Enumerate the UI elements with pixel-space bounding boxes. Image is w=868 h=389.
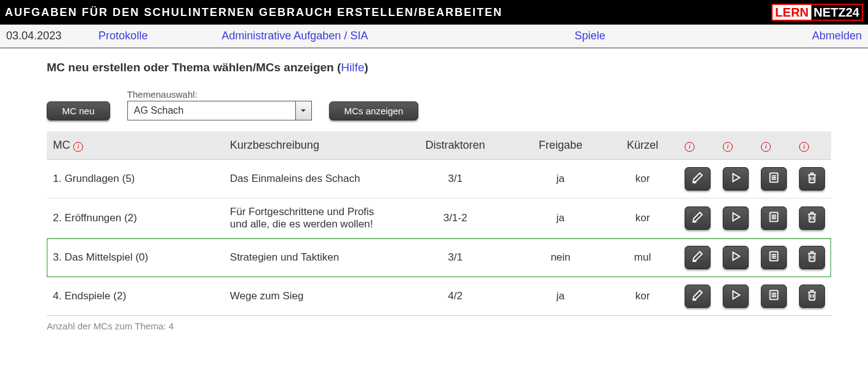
section-title-text: MC neu erstellen oder Thema wählen/MCs a… xyxy=(47,61,334,74)
list-button[interactable] xyxy=(761,167,787,191)
info-icon[interactable]: i xyxy=(761,142,771,152)
themenauswahl-group: Themenauswahl: AG Schach xyxy=(127,89,312,120)
top-bar: AUFGABEN FÜR DEN SCHULINTERNEN GEBRAUCH … xyxy=(0,0,868,25)
cell-freigabe: ja xyxy=(514,198,607,238)
table-row: 3. Das Mittelspiel (0)Strategien und Tak… xyxy=(47,238,831,277)
edit-icon xyxy=(691,250,704,266)
trash-button[interactable] xyxy=(799,167,825,191)
info-icon[interactable]: i xyxy=(723,142,733,152)
cell-mc: 2. Eröffnungen (2) xyxy=(47,198,224,238)
cell-distraktoren: 3/1 xyxy=(396,160,515,198)
cell-mc: 3. Das Mittelspiel (0) xyxy=(47,238,224,277)
th-mc: MC i xyxy=(47,132,224,160)
chevron-down-icon xyxy=(295,101,311,120)
edit-icon xyxy=(691,210,704,227)
cell-mc: 1. Grundlagen (5) xyxy=(47,160,224,198)
play-button[interactable] xyxy=(723,285,749,308)
nav-bar: 03.04.2023 Protokolle Administrative Auf… xyxy=(0,25,868,49)
play-button[interactable] xyxy=(723,246,749,269)
th-freigabe: Freigabe xyxy=(514,132,607,160)
list-button[interactable] xyxy=(761,285,787,308)
table-header-row: MC i Kurzbeschreibung Distraktoren Freig… xyxy=(47,132,831,160)
list-icon xyxy=(767,250,781,266)
logo[interactable]: LERN NETZ24 xyxy=(771,4,863,21)
section-title: MC neu erstellen oder Thema wählen/MCs a… xyxy=(47,61,831,74)
cell-mc: 4. Endspiele (2) xyxy=(47,277,224,316)
play-button[interactable] xyxy=(723,167,749,191)
help-link[interactable]: Hilfe xyxy=(341,61,364,74)
themenauswahl-value: AG Schach xyxy=(128,101,295,120)
cell-kuerzel: mul xyxy=(607,238,679,277)
table-row: 2. Eröffnungen (2)Für Fortgeschrittene u… xyxy=(47,198,831,238)
th-distraktoren: Distraktoren xyxy=(396,132,515,160)
trash-button[interactable] xyxy=(799,206,825,230)
th-action-list: i xyxy=(755,132,793,160)
play-icon xyxy=(729,250,743,266)
cell-kuerzel: kor xyxy=(607,160,679,198)
logo-right: NETZ24 xyxy=(811,5,862,20)
trash-icon xyxy=(805,288,819,305)
table-footer-note: Anzahl der MCs zum Thema: 4 xyxy=(47,321,831,331)
list-button[interactable] xyxy=(761,206,787,230)
edit-icon xyxy=(691,171,704,187)
controls-row: MC neu Themenauswahl: AG Schach MCs anze… xyxy=(47,89,831,120)
info-icon[interactable]: i xyxy=(73,142,83,152)
list-icon xyxy=(767,288,781,305)
trash-button[interactable] xyxy=(799,285,825,308)
cell-distraktoren: 3/1 xyxy=(396,238,515,277)
trash-icon xyxy=(805,171,819,187)
table-row: 1. Grundlagen (5)Das Einmaleins des Scha… xyxy=(47,160,831,198)
cell-freigabe: ja xyxy=(514,277,607,316)
cell-distraktoren: 4/2 xyxy=(396,277,515,316)
mc-neu-button[interactable]: MC neu xyxy=(47,101,110,120)
edit-button[interactable] xyxy=(685,246,711,269)
page-title: AUFGABEN FÜR DEN SCHULINTERNEN GEBRAUCH … xyxy=(5,6,503,19)
th-kurz: Kurzbeschreibung xyxy=(224,132,396,160)
list-icon xyxy=(767,210,781,227)
th-action-trash: i xyxy=(793,132,831,160)
th-action-edit: i xyxy=(679,132,717,160)
edit-button[interactable] xyxy=(685,206,711,230)
nav-abmelden[interactable]: Abmelden xyxy=(812,29,862,42)
edit-button[interactable] xyxy=(685,285,711,308)
cell-kurz: Strategien und Taktiken xyxy=(224,238,396,277)
play-button[interactable] xyxy=(723,206,749,230)
list-button[interactable] xyxy=(761,246,787,269)
th-action-play: i xyxy=(717,132,755,160)
cell-kurz: Das Einmaleins des Schach xyxy=(224,160,396,198)
nav-spiele[interactable]: Spiele xyxy=(575,29,605,42)
edit-icon xyxy=(691,288,704,305)
nav-protokolle[interactable]: Protokolle xyxy=(98,29,148,42)
th-kuerzel: Kürzel xyxy=(607,132,679,160)
cell-freigabe: ja xyxy=(514,160,607,198)
nav-admin[interactable]: Administrative Aufgaben / SIA xyxy=(221,29,368,42)
themenauswahl-label: Themenauswahl: xyxy=(127,89,312,100)
play-icon xyxy=(729,288,743,305)
mc-table: MC i Kurzbeschreibung Distraktoren Freig… xyxy=(47,132,831,316)
info-icon[interactable]: i xyxy=(685,142,695,152)
cell-distraktoren: 3/1-2 xyxy=(396,198,515,238)
trash-icon xyxy=(805,210,819,227)
cell-kurz: Für Fortgeschrittene und Profis und alle… xyxy=(224,198,396,238)
cell-kuerzel: kor xyxy=(607,198,679,238)
edit-button[interactable] xyxy=(685,167,711,191)
cell-kuerzel: kor xyxy=(607,277,679,316)
themenauswahl-select[interactable]: AG Schach xyxy=(127,101,312,120)
table-row: 4. Endspiele (2)Wege zum Sieg4/2jakor xyxy=(47,277,831,316)
trash-icon xyxy=(805,250,819,266)
play-icon xyxy=(729,171,743,187)
list-icon xyxy=(767,171,781,187)
mcs-anzeigen-button[interactable]: MCs anzeigen xyxy=(329,101,419,120)
trash-button[interactable] xyxy=(799,246,825,269)
cell-kurz: Wege zum Sieg xyxy=(224,277,396,316)
cell-freigabe: nein xyxy=(514,238,607,277)
info-icon[interactable]: i xyxy=(799,142,809,152)
nav-date: 03.04.2023 xyxy=(6,29,62,42)
logo-left: LERN xyxy=(773,5,811,20)
content: MC neu erstellen oder Thema wählen/MCs a… xyxy=(0,49,868,356)
play-icon xyxy=(729,210,743,227)
